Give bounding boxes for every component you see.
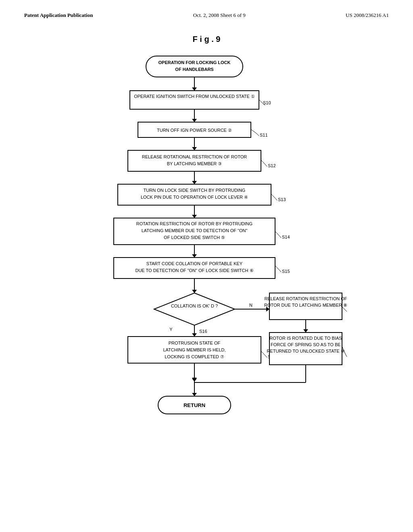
svg-text:S13: S13 [278,197,286,202]
svg-text:ROTOR DUE TO LATCHING MEMBER ⑧: ROTOR DUE TO LATCHING MEMBER ⑧ [264,303,347,308]
svg-text:COLLATION IS OK'  D ?: COLLATION IS OK' D ? [171,303,218,308]
svg-text:Y: Y [169,327,173,332]
svg-text:OPERATION FOR LOCKING LOCK: OPERATION FOR LOCKING LOCK [159,60,231,65]
svg-text:OF HANDLEBARS: OF HANDLEBARS [175,67,213,72]
svg-rect-16 [128,150,261,171]
svg-text:START CODE COLLATION OF PORTAB: START CODE COLLATION OF PORTABLE KEY [146,261,243,266]
figure-title: F i g . 9 [193,35,221,44]
svg-text:PROTRUSION STATE OF: PROTRUSION STATE OF [169,341,221,345]
svg-text:RETURNED TO UNLOCKED STATE ⑨: RETURNED TO UNLOCKED STATE ⑨ [267,349,344,353]
svg-text:LOCKING IS COMPLETED ⑦: LOCKING IS COMPLETED ⑦ [165,354,224,359]
svg-marker-41 [154,293,235,325]
svg-text:OF LOCKED SIDE SWITCH ⑤: OF LOCKED SIDE SWITCH ⑤ [164,235,225,240]
svg-text:N: N [249,303,252,308]
flowchart-svg: OPERATION FOR LOCKING LOCK OF HANDLEBARS… [65,52,348,515]
svg-text:OPERATE IGNITION SWITCH FROM U: OPERATE IGNITION SWITCH FROM UNLOCKED ST… [134,94,255,99]
svg-text:S16: S16 [199,329,207,334]
svg-marker-40 [192,290,197,293]
svg-text:ROTOR IS ROTATED DUE TO BIAS: ROTOR IS ROTATED DUE TO BIAS [269,336,342,341]
svg-marker-21 [192,181,197,184]
svg-text:LATCHING  MEMBER IS HELD,: LATCHING MEMBER IS HELD, [163,347,225,352]
svg-rect-5 [130,91,259,109]
svg-text:DUE TO DETECTION OF "ON" OF LO: DUE TO DETECTION OF "ON" OF LOCK SIDE SW… [135,268,253,273]
svg-text:RETURN: RETURN [184,402,205,408]
svg-text:S11: S11 [260,133,268,137]
svg-text:TURN ON LOCK SIDE SWITCH BY PR: TURN ON LOCK SIDE SWITCH BY PROTRUDING [144,188,246,193]
svg-marker-15 [192,147,197,150]
svg-text:S14: S14 [282,235,290,239]
svg-text:LOCK PIN DUE TO OPERATION OF L: LOCK PIN DUE TO OPERATION OF LOCK LEVER … [141,195,248,200]
svg-marker-73 [192,393,197,396]
header-left: Patent Application Publication [24,12,93,19]
header-right: US 2008/236216 A1 [346,12,389,19]
diagram-container: F i g . 9 OPERATION FOR LOCKING LOCK OF … [24,31,389,515]
header-center: Oct. 2, 2008 Sheet 6 of 9 [193,12,246,19]
svg-text:RELEASE ROTATIONAL RESTRICTION: RELEASE ROTATIONAL RESTRICTION OF ROTOR [142,154,247,159]
svg-marker-10 [192,119,197,122]
svg-marker-34 [192,254,197,258]
svg-text:FORCE OF SPRING SO AS TO BE: FORCE OF SPRING SO AS TO BE [271,342,341,347]
svg-text:BY LATCHING MEMBER ③: BY LATCHING MEMBER ③ [167,161,222,166]
svg-text:LATCHING MEMBER DUE TO DETECTI: LATCHING MEMBER DUE TO DETECTION OF "ON" [142,228,248,233]
svg-text:ROTATION RESTRICTION OF ROTOR : ROTATION RESTRICTION OF ROTOR BY PROTRUD… [136,221,252,226]
svg-text:TURN OFF IGN POWER SOURCE ②: TURN OFF IGN POWER SOURCE ② [157,128,232,133]
svg-marker-46 [192,333,197,337]
svg-marker-4 [192,87,197,91]
page-header: Patent Application Publication Oct. 2, 2… [24,12,389,19]
svg-text:S15: S15 [282,269,290,274]
svg-text:S12: S12 [268,163,276,168]
svg-text:RELEASE ROTATION RESTRICTION O: RELEASE ROTATION RESTRICTION OF [265,296,347,301]
svg-marker-27 [192,215,197,218]
page: Patent Application Publication Oct. 2, 2… [0,0,413,532]
svg-rect-0 [146,56,243,77]
svg-marker-60 [303,329,308,332]
